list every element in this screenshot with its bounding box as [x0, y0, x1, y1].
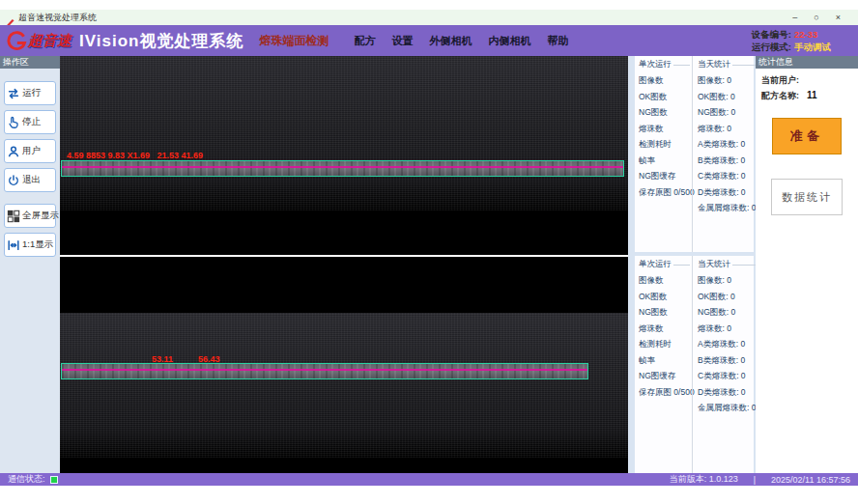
sidebar-button-exit[interactable]: 退出 — [4, 168, 56, 192]
brand-logo: 超音速 — [6, 30, 72, 51]
stat-row: 帧率 — [639, 153, 690, 169]
recipe-name-label: 配方名称: — [761, 91, 799, 100]
stat-row: 保存原图 0/500 — [639, 384, 690, 401]
stats-group-title: 当天统计 — [698, 259, 730, 270]
info-panel-header: 统计信息 — [756, 56, 858, 69]
stats-panel-outer: 单次运行图像数OK图数NG图数熔珠数检测耗时帧率NG图缓存保存原图 0/500当… — [635, 56, 754, 252]
camera-image-texture — [60, 56, 631, 210]
run-mode-value: 手动调试 — [794, 42, 831, 52]
version-value: 1.0.123 — [709, 474, 738, 484]
stat-row: A类熔珠数: 0 — [698, 136, 756, 153]
device-number-label: 设备编号: — [752, 29, 791, 40]
sidebar-button-one-to-one[interactable]: 1:1显示 — [4, 233, 56, 257]
stat-row: 检测耗时 — [639, 136, 690, 153]
sidebar-button-stop[interactable]: 停止 — [4, 110, 56, 134]
stat-row: D类熔珠数: 0 — [698, 184, 756, 201]
stat-row: OK图数 — [639, 289, 690, 305]
stat-row: 熔珠数: 0 — [698, 121, 756, 137]
inner-camera-viewport: 53.11 56.43 — [60, 257, 631, 473]
sidebar-button-fullscreen[interactable]: 全屏显示 — [4, 204, 56, 228]
version-label: 当前版本: — [670, 474, 707, 484]
data-statistics-button[interactable]: 数据统计 — [771, 179, 843, 215]
window-titlebar: 超音速视觉处理系统 – ○ × — [0, 10, 858, 25]
menu-item-help[interactable]: 帮助 — [547, 34, 568, 48]
stat-row: 熔珠数: 0 — [698, 321, 756, 337]
sidebar-button-label: 运行 — [22, 87, 41, 99]
group-rule — [673, 65, 690, 66]
status-bar: 通信状态: 当前版本: 1.0.123 | 2025/02/11 16:57:5… — [0, 473, 858, 486]
current-user-label: 当前用户: — [761, 75, 799, 85]
stat-row: B类熔珠数: 0 — [698, 153, 756, 169]
prepare-button[interactable]: 准备 — [772, 118, 842, 154]
measure-line — [62, 166, 623, 168]
stat-row: NG图数: 0 — [698, 104, 756, 121]
stats-group-title: 单次运行 — [639, 259, 672, 270]
stat-row: 熔珠数 — [639, 321, 690, 337]
close-button[interactable]: × — [836, 10, 841, 25]
weld-bead-strip — [61, 363, 588, 379]
user-icon — [7, 145, 20, 158]
stat-row: 金属屑熔珠数: 0 — [698, 400, 756, 416]
stat-row: OK图数: 0 — [698, 289, 756, 305]
sidebar-button-label: 全屏显示 — [22, 210, 59, 222]
recipe-name-value: 11 — [807, 90, 817, 100]
stat-row: 图像数: 0 — [698, 72, 756, 89]
stat-row: NG图缓存 — [639, 168, 690, 184]
app-subtitle: 熔珠端面检测 — [259, 33, 329, 49]
menu-item-recipe[interactable]: 配方 — [354, 34, 375, 48]
stat-row: 图像数 — [639, 72, 690, 89]
stat-row: OK图数: 0 — [698, 89, 756, 105]
stat-row: NG图数 — [639, 304, 690, 321]
menu-item-settings[interactable]: 设置 — [391, 34, 413, 48]
datetime-value: 2025/02/11 16:57:56 — [771, 475, 850, 485]
maximize-button[interactable]: ○ — [814, 10, 818, 25]
device-number-value: 22-33 — [794, 29, 817, 40]
weld-bead-strip — [61, 160, 624, 177]
stat-row: 熔珠数 — [639, 121, 690, 137]
stat-row: A类熔珠数: 0 — [698, 336, 756, 352]
stat-row: B类熔珠数: 0 — [698, 352, 756, 369]
one-to-one-icon — [7, 238, 20, 252]
minimize-button[interactable]: – — [792, 10, 797, 25]
camera-image-texture — [60, 313, 631, 458]
stat-row: NG图数: 0 — [698, 304, 756, 321]
outer-camera-viewport: 4.59 8853 9.83 X1.69 21.53 41.69 — [60, 56, 631, 255]
app-title: IVision视觉处理系统 — [79, 30, 243, 52]
stat-row: 帧率 — [639, 352, 690, 369]
sidebar-button-run[interactable]: 运行 — [4, 81, 56, 105]
stats-group-title: 单次运行 — [639, 59, 672, 70]
run-cycle-icon — [7, 87, 20, 100]
stop-hand-icon — [7, 116, 20, 129]
stat-row: NG图缓存 — [639, 368, 690, 384]
logo-swirl-icon — [6, 30, 27, 51]
sidebar-button-label: 停止 — [22, 116, 41, 128]
sidebar-button-user[interactable]: 用户 — [4, 139, 56, 163]
operation-sidebar: 操作区 运行停止用户退出全屏显示1:1显示 — [0, 56, 60, 473]
exit-power-icon — [7, 174, 20, 187]
info-panel: 统计信息 当前用户: 配方名称:11 准备 数据统计 — [756, 56, 858, 473]
stat-row: D类熔珠数: 0 — [698, 384, 756, 401]
stat-row: 金属屑熔珠数: 0 — [698, 200, 756, 216]
comm-status-indicator — [50, 476, 58, 484]
stat-row: OK图数 — [639, 89, 690, 105]
stat-row: 图像数 — [639, 272, 690, 289]
measurement-annotation: 4.59 8853 9.83 X1.69 21.53 41.69 — [67, 151, 203, 160]
stat-row: 检测耗时 — [639, 336, 690, 352]
group-rule — [673, 265, 690, 266]
fullscreen-grid-icon — [7, 210, 20, 223]
stat-row: NG图数 — [639, 104, 690, 121]
sidebar-button-label: 退出 — [22, 174, 41, 186]
group-rule — [732, 65, 756, 66]
stats-group-title: 当天统计 — [698, 59, 730, 70]
run-mode-label: 运行模式: — [752, 42, 791, 52]
menu-item-outer-camera[interactable]: 外侧相机 — [429, 34, 472, 48]
menu-item-inner-camera[interactable]: 内侧相机 — [488, 34, 530, 48]
stat-row: 图像数: 0 — [698, 272, 756, 289]
brand-name: 超音速 — [28, 32, 72, 50]
sidebar-button-label: 1:1显示 — [22, 238, 53, 251]
app-logo-icon — [6, 14, 14, 22]
app-header: 超音速 IVision视觉处理系统 熔珠端面检测 配方设置外侧相机内侧相机帮助 … — [0, 25, 858, 56]
window-title: 超音速视觉处理系统 — [18, 12, 97, 24]
stat-row: C类熔珠数: 0 — [698, 368, 756, 384]
stats-panel-inner: 单次运行图像数OK图数NG图数熔珠数检测耗时帧率NG图缓存保存原图 0/500当… — [635, 256, 754, 473]
